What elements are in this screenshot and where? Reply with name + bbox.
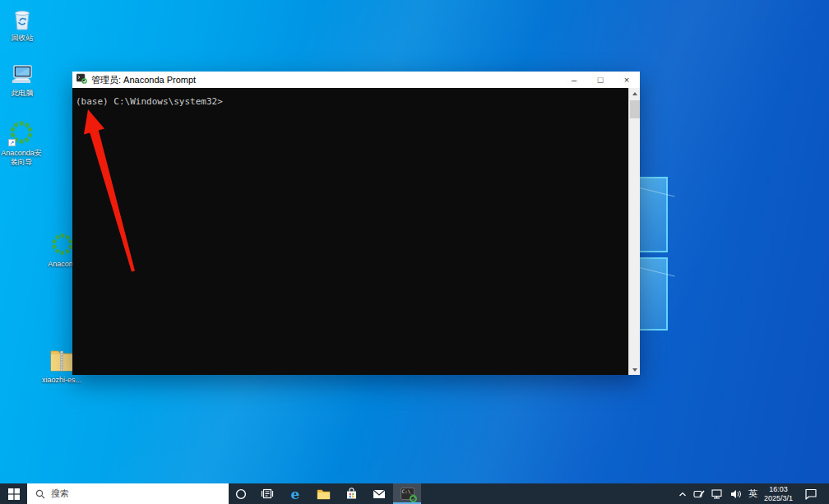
hidden-icons-chevron[interactable] [678,483,687,504]
this-pc-icon [9,62,35,87]
store-button[interactable] [337,483,365,504]
prompt-line: (base) C:\Windows\system32> [76,96,223,107]
search-placeholder: 搜索 [51,488,69,500]
window-controls: – □ × [561,72,640,88]
scroll-down-icon[interactable] [629,364,641,375]
cortana-button[interactable] [229,483,253,504]
desktop: 回收站 此电脑 ↗ Anaconda安装向导 Ana [0,0,829,504]
tray-date: 2025/3/1 [764,494,793,502]
shortcut-arrow-icon: ↗ [8,139,16,146]
wallpaper-logo-pane-bottom [637,257,668,331]
anaconda-logo-icon: ↗ [7,119,35,147]
file-explorer-button[interactable] [309,483,337,504]
edge-icon: e [291,486,300,502]
scroll-up-icon[interactable] [629,88,641,99]
terminal-output[interactable]: (base) C:\Windows\system32> [72,88,628,375]
action-center-button[interactable] [799,483,822,504]
anaconda-prompt-window: 管理员: Anaconda Prompt – □ × (base) C:\Win… [72,72,640,375]
speaker-icon [730,489,742,499]
anaconda-prompt-icon: C:\_ [401,488,414,500]
pen-icon [693,489,705,499]
start-button[interactable] [0,483,27,504]
icon-label: xiaozhi-es... [42,376,81,385]
tray-time: 16:03 [769,485,788,493]
window-title: 管理员: Anaconda Prompt [91,74,196,86]
file-explorer-icon [317,488,331,500]
icon-label: Anaconda安装向导 [0,149,44,167]
volume-button[interactable] [730,483,742,504]
system-tray: 英 16:03 2025/3/1 [678,483,829,504]
icon-label: 此电脑 [12,89,34,98]
network-ethernet-icon [711,489,724,499]
clock[interactable]: 16:03 2025/3/1 [764,483,793,504]
mail-button[interactable] [365,483,393,504]
task-view-icon [261,488,274,499]
close-button[interactable]: × [614,72,640,88]
task-view-button[interactable] [253,483,281,504]
wallpaper-logo-pane-top [637,177,668,252]
taskbar: 搜索 e [0,483,829,504]
network-button[interactable] [711,483,724,504]
pen-workspace-button[interactable] [693,483,705,504]
desktop-icon-recycle-bin[interactable]: 回收站 [0,6,45,43]
minimize-button[interactable]: – [561,72,587,88]
search-icon [35,489,45,499]
desktop-icon-this-pc[interactable]: 此电脑 [0,62,45,98]
icon-label: 回收站 [12,34,34,43]
maximize-button[interactable]: □ [587,72,614,88]
cortana-icon [235,488,247,500]
store-icon [345,488,358,500]
window-titlebar[interactable]: 管理员: Anaconda Prompt – □ × [72,72,640,88]
anaconda-prompt-icon [76,72,87,87]
taskbar-search-input[interactable]: 搜索 [27,483,229,504]
zip-folder-icon [49,346,75,374]
desktop-icon-anaconda-setup[interactable]: ↗ Anaconda安装向导 [0,119,44,167]
recycle-bin-icon [10,6,35,32]
scrollbar-thumb[interactable] [630,100,640,118]
taskbar-empty-area [421,483,678,504]
mail-icon [373,489,386,499]
terminal-scrollbar[interactable] [628,88,640,375]
windows-logo-icon [8,488,20,500]
ime-language-indicator[interactable]: 英 [748,483,757,504]
edge-button[interactable]: e [281,483,309,504]
action-center-icon [804,488,817,500]
anaconda-ring-icon [410,495,417,502]
chevron-up-icon [678,491,687,497]
anaconda-prompt-taskbar-button[interactable]: C:\_ [393,483,421,504]
